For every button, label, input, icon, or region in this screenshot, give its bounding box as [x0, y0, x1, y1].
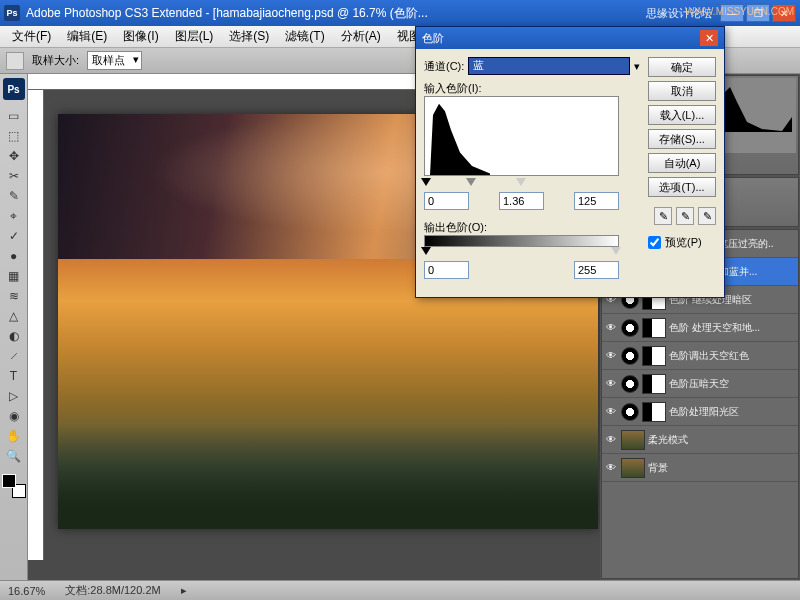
input-gamma-field[interactable]: [499, 192, 544, 210]
status-bar: 16.67% 文档:28.8M/120.2M ▸: [0, 580, 800, 600]
output-white-field[interactable]: [574, 261, 619, 279]
tool-button[interactable]: ✥: [3, 146, 25, 166]
watermark-url: WWW.MISSYUAN.COM: [685, 6, 794, 17]
visibility-icon[interactable]: 👁: [604, 433, 618, 447]
output-levels-label: 输出色阶(O):: [424, 220, 640, 235]
preview-checkbox-input[interactable]: [648, 236, 661, 249]
input-white-field[interactable]: [574, 192, 619, 210]
ruler-vertical: [28, 90, 44, 560]
menu-item[interactable]: 选择(S): [221, 26, 277, 47]
output-black-field[interactable]: [424, 261, 469, 279]
adjustment-thumb: [621, 403, 639, 421]
sample-size-label: 取样大小:: [32, 53, 79, 68]
tool-button[interactable]: ▭: [3, 106, 25, 126]
layer-name: 色阶 处理天空和地...: [669, 321, 796, 335]
tool-button[interactable]: ⟋: [3, 346, 25, 366]
load-button[interactable]: 载入(L)...: [648, 105, 716, 125]
ps-badge-icon: Ps: [3, 78, 25, 100]
mask-thumb: [642, 346, 666, 366]
input-black-field[interactable]: [424, 192, 469, 210]
input-histogram: [424, 96, 619, 176]
preview-checkbox[interactable]: 预览(P): [648, 235, 716, 250]
menu-item[interactable]: 图层(L): [167, 26, 222, 47]
layer-row[interactable]: 👁 色阶处理阳光区: [602, 398, 798, 426]
tool-button[interactable]: ✂: [3, 166, 25, 186]
dialog-titlebar[interactable]: 色阶 ✕: [416, 27, 724, 49]
visibility-icon[interactable]: 👁: [604, 377, 618, 391]
menu-item[interactable]: 滤镜(T): [277, 26, 332, 47]
tool-button[interactable]: ▦: [3, 266, 25, 286]
gray-eyedropper-icon[interactable]: ✎: [676, 207, 694, 225]
layer-name: 色阶压暗天空: [669, 377, 796, 391]
gamma-slider[interactable]: [466, 178, 476, 186]
tool-button[interactable]: ◉: [3, 406, 25, 426]
input-slider[interactable]: [424, 178, 619, 188]
tool-button[interactable]: ✎: [3, 186, 25, 206]
menu-item[interactable]: 编辑(E): [59, 26, 115, 47]
save-button[interactable]: 存储(S)...: [648, 129, 716, 149]
menu-item[interactable]: 分析(A): [333, 26, 389, 47]
layer-name: 色阶调出天空红色: [669, 349, 796, 363]
layer-name: 柔光模式: [648, 433, 796, 447]
channel-label: 通道(C):: [424, 59, 464, 74]
mask-thumb: [642, 318, 666, 338]
adjustment-thumb: [621, 375, 639, 393]
tool-button[interactable]: ◐: [3, 326, 25, 346]
levels-dialog: 色阶 ✕ 通道(C): 蓝 ▾ 输入色阶(I): 输出色阶(: [415, 26, 725, 298]
tool-button[interactable]: T: [3, 366, 25, 386]
ok-button[interactable]: 确定: [648, 57, 716, 77]
black-eyedropper-icon[interactable]: ✎: [654, 207, 672, 225]
histogram-chart: [722, 82, 792, 132]
visibility-icon[interactable]: 👁: [604, 405, 618, 419]
mask-thumb: [642, 402, 666, 422]
channel-select[interactable]: 蓝: [468, 57, 630, 75]
tool-button[interactable]: ⌖: [3, 206, 25, 226]
visibility-icon[interactable]: 👁: [604, 349, 618, 363]
toolbox: Ps ▭⬚✥✂✎⌖✓●▦≋△◐⟋T▷◉✋🔍: [0, 74, 28, 580]
white-point-slider[interactable]: [516, 178, 526, 186]
tool-button[interactable]: △: [3, 306, 25, 326]
dialog-close-button[interactable]: ✕: [700, 30, 718, 46]
output-slider[interactable]: [424, 247, 619, 257]
white-eyedropper-icon[interactable]: ✎: [698, 207, 716, 225]
auto-button[interactable]: 自动(A): [648, 153, 716, 173]
layer-row[interactable]: 👁 柔光模式: [602, 426, 798, 454]
layer-thumb: [621, 430, 645, 450]
menu-item[interactable]: 图像(I): [115, 26, 166, 47]
layer-row[interactable]: 👁 色阶压暗天空: [602, 370, 798, 398]
mask-thumb: [642, 374, 666, 394]
tool-button[interactable]: ▷: [3, 386, 25, 406]
black-point-slider[interactable]: [421, 178, 431, 186]
visibility-icon[interactable]: 👁: [604, 461, 618, 475]
app-icon: Ps: [4, 5, 20, 21]
tool-button[interactable]: ●: [3, 246, 25, 266]
tool-button[interactable]: ≋: [3, 286, 25, 306]
layer-name: 背景: [648, 461, 796, 475]
adjustment-thumb: [621, 319, 639, 337]
layer-row[interactable]: 👁 色阶调出天空红色: [602, 342, 798, 370]
adjustment-thumb: [621, 347, 639, 365]
output-white-slider[interactable]: [611, 247, 621, 255]
tool-button[interactable]: ✋: [3, 426, 25, 446]
zoom-level[interactable]: 16.67%: [8, 585, 45, 597]
eyedropper-icon: [6, 52, 24, 70]
output-black-slider[interactable]: [421, 247, 431, 255]
tool-button[interactable]: 🔍: [3, 446, 25, 466]
menu-item[interactable]: 文件(F): [4, 26, 59, 47]
tool-button[interactable]: ✓: [3, 226, 25, 246]
cancel-button[interactable]: 取消: [648, 81, 716, 101]
color-swatches[interactable]: [2, 474, 26, 498]
options-button[interactable]: 选项(T)...: [648, 177, 716, 197]
titlebar: Ps Adobe Photoshop CS3 Extended - [hamab…: [0, 0, 800, 26]
sample-size-dropdown[interactable]: 取样点: [87, 51, 142, 70]
input-levels-label: 输入色阶(I):: [424, 81, 640, 96]
layer-row[interactable]: 👁 背景: [602, 454, 798, 482]
output-gradient: [424, 235, 619, 247]
tool-button[interactable]: ⬚: [3, 126, 25, 146]
document-info: 文档:28.8M/120.2M: [65, 583, 160, 598]
foreground-color-swatch[interactable]: [2, 474, 16, 488]
layer-name: 色阶处理阳光区: [669, 405, 796, 419]
visibility-icon[interactable]: 👁: [604, 321, 618, 335]
layer-row[interactable]: 👁 色阶 处理天空和地...: [602, 314, 798, 342]
window-title: Adobe Photoshop CS3 Extended - [hamabaji…: [26, 5, 646, 22]
